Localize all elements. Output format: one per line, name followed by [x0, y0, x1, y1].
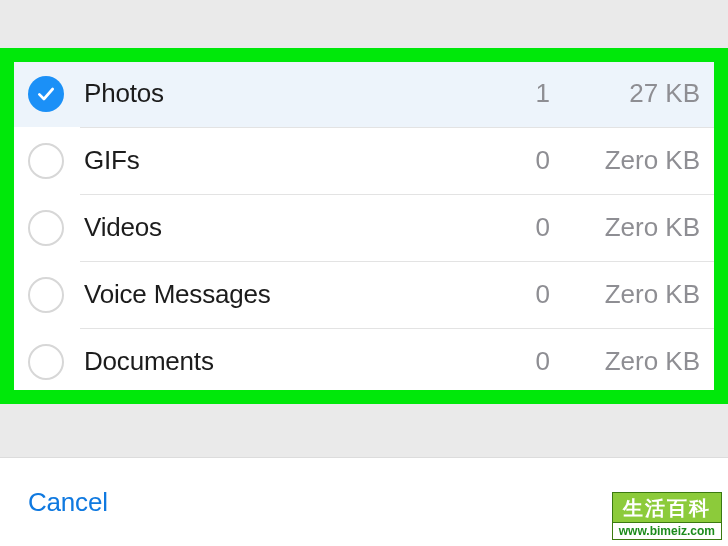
row-count: 0: [530, 346, 550, 377]
row-label: Documents: [84, 346, 530, 377]
row-size: Zero KB: [590, 279, 700, 310]
row-size: Zero KB: [590, 212, 700, 243]
row-label: Videos: [84, 212, 530, 243]
row-videos[interactable]: Videos 0 Zero KB: [0, 194, 728, 261]
row-gifs[interactable]: GIFs 0 Zero KB: [0, 127, 728, 194]
row-size: Zero KB: [590, 145, 700, 176]
cancel-button[interactable]: Cancel: [28, 487, 108, 518]
storage-type-list: Photos 1 27 KB GIFs 0 Zero KB Videos 0 Z…: [0, 60, 728, 395]
check-icon[interactable]: [28, 76, 64, 112]
row-photos[interactable]: Photos 1 27 KB: [0, 60, 728, 127]
row-voice-messages[interactable]: Voice Messages 0 Zero KB: [0, 261, 728, 328]
uncheck-icon[interactable]: [28, 344, 64, 380]
row-count: 0: [530, 212, 550, 243]
row-documents[interactable]: Documents 0 Zero KB: [0, 328, 728, 395]
row-label: Voice Messages: [84, 279, 530, 310]
row-count: 1: [530, 78, 550, 109]
row-size: 27 KB: [590, 78, 700, 109]
row-size: Zero KB: [590, 346, 700, 377]
row-label: GIFs: [84, 145, 530, 176]
row-count: 0: [530, 279, 550, 310]
footer-bar: Cancel: [0, 457, 728, 546]
uncheck-icon[interactable]: [28, 143, 64, 179]
header-spacer: [0, 0, 728, 60]
section-gap: [0, 395, 728, 457]
row-count: 0: [530, 145, 550, 176]
uncheck-icon[interactable]: [28, 210, 64, 246]
row-label: Photos: [84, 78, 530, 109]
uncheck-icon[interactable]: [28, 277, 64, 313]
